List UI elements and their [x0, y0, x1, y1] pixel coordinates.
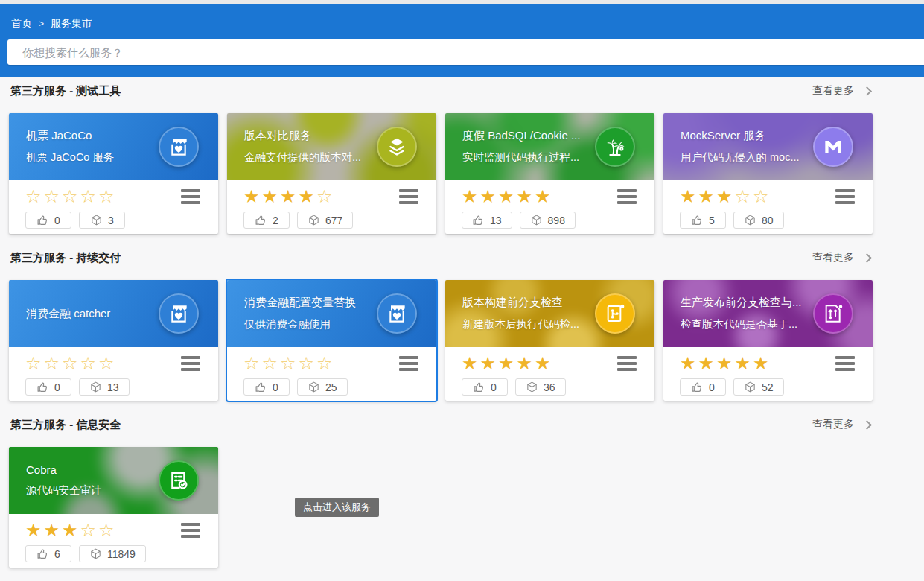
like-button[interactable]: 0 — [462, 378, 508, 396]
like-button[interactable]: 0 — [243, 378, 290, 396]
breadcrumb: 首页 > 服务集市 — [0, 17, 924, 30]
service-card[interactable]: Cobra 源代码安全审计 ★★★☆☆ 6 11849 — [9, 447, 218, 568]
star-filled-icon: ★ — [716, 353, 735, 373]
like-count: 13 — [490, 215, 502, 226]
star-filled-icon: ★ — [480, 353, 499, 373]
star-rating[interactable]: ☆☆☆☆☆ — [243, 354, 335, 373]
card-header: 版本对比服务 金融支付提供的版本对... — [227, 113, 436, 180]
search-input[interactable] — [7, 39, 924, 65]
card-header: 消费金融 catcher — [9, 280, 218, 347]
thumbs-up-icon — [472, 214, 485, 226]
service-card[interactable]: 版本对比服务 金融支付提供的版本对... ★★★★☆ 2 677 — [227, 113, 436, 234]
see-more-link[interactable]: 查看更多 — [812, 84, 870, 98]
like-button[interactable]: 6 — [25, 545, 71, 562]
menu-icon[interactable] — [835, 354, 855, 373]
star-rating[interactable]: ★★★☆☆ — [680, 187, 771, 206]
see-more-link[interactable]: 查看更多 — [812, 418, 870, 431]
star-filled-icon: ★ — [62, 520, 80, 540]
usage-badge[interactable]: 3 — [79, 212, 125, 229]
breadcrumb-home-link[interactable]: 首页 — [11, 17, 32, 31]
service-card[interactable]: 生产发布前分支检查与... 检查版本代码是否基于... ★★★★★ 0 52 — [663, 280, 873, 401]
star-rating[interactable]: ☆☆☆☆☆ — [25, 354, 117, 373]
card-row: 机票 JaCoCo 机票 JaCoCo 服务 ☆☆☆☆☆ 0 3 — [0, 113, 924, 234]
card-subtitle: 用户代码无侵入的 moc... — [681, 150, 800, 165]
star-empty-icon: ☆ — [280, 353, 299, 373]
menu-icon[interactable] — [399, 354, 418, 373]
like-count: 6 — [54, 548, 60, 560]
like-button[interactable]: 5 — [680, 212, 726, 229]
storefront-heart-icon — [159, 127, 199, 167]
star-rating[interactable]: ★★★★★ — [462, 187, 553, 206]
like-button[interactable]: 13 — [462, 212, 512, 229]
see-more-link[interactable]: 查看更多 — [812, 251, 870, 264]
service-card[interactable]: 消费金融配置变量替换 仅供消费金融使用 ☆☆☆☆☆ 0 25 — [227, 280, 436, 401]
star-empty-icon: ☆ — [98, 186, 117, 206]
usage-badge[interactable]: 36 — [515, 378, 566, 396]
menu-icon[interactable] — [617, 354, 637, 373]
menu-icon[interactable] — [181, 354, 200, 373]
section-title: 第三方服务 - 测试工具 — [10, 84, 121, 98]
card-title: 机票 JaCoCo — [26, 129, 114, 143]
storefront-heart-icon — [159, 293, 199, 334]
service-card[interactable]: 消费金融 catcher ☆☆☆☆☆ 0 13 — [9, 280, 218, 401]
star-filled-icon: ★ — [517, 353, 535, 373]
menu-icon[interactable] — [181, 187, 200, 206]
star-filled-icon: ★ — [262, 186, 281, 206]
star-rating[interactable]: ★★★★★ — [680, 354, 771, 373]
layers-icon — [377, 127, 417, 167]
star-filled-icon: ★ — [698, 353, 717, 373]
usage-badge[interactable]: 80 — [733, 212, 784, 229]
like-count: 5 — [709, 215, 715, 226]
card-header: 度假 BadSQL/Cookie ... 实时监测代码执行过程... — [445, 113, 654, 180]
star-empty-icon: ☆ — [753, 186, 771, 206]
service-card[interactable]: 度假 BadSQL/Cookie ... 实时监测代码执行过程... ★★★★★… — [445, 113, 654, 234]
card-title: 版本对比服务 — [244, 129, 361, 143]
star-rating[interactable]: ★★★☆☆ — [25, 521, 117, 540]
usage-badge[interactable]: 11849 — [79, 545, 146, 562]
usage-count: 80 — [762, 215, 774, 226]
star-filled-icon: ★ — [243, 186, 262, 206]
package-cube-icon — [308, 381, 320, 393]
star-filled-icon: ★ — [25, 520, 44, 540]
like-button[interactable]: 0 — [25, 378, 71, 396]
star-rating[interactable]: ★★★★★ — [462, 354, 553, 373]
tooltip: 点击进入该服务 — [295, 498, 379, 517]
star-empty-icon: ☆ — [62, 186, 80, 206]
section-title: 第三方服务 - 信息安全 — [10, 418, 121, 432]
thumbs-up-icon — [36, 214, 49, 226]
menu-icon[interactable] — [181, 521, 200, 540]
card-header: 版本构建前分支检查 新建版本后执行代码检... — [445, 280, 654, 347]
star-rating[interactable]: ★★★★☆ — [243, 187, 335, 206]
star-filled-icon: ★ — [462, 353, 480, 373]
menu-icon[interactable] — [399, 187, 418, 206]
thumbs-up-icon — [691, 214, 704, 226]
breadcrumb-current[interactable]: 服务集市 — [51, 17, 92, 31]
card-row: Cobra 源代码安全审计 ★★★☆☆ 6 11849 — [0, 447, 924, 568]
usage-badge[interactable]: 677 — [297, 212, 353, 229]
page-header: 首页 > 服务集市 — [0, 4, 924, 77]
service-card[interactable]: 机票 JaCoCo 机票 JaCoCo 服务 ☆☆☆☆☆ 0 3 — [9, 113, 218, 234]
usage-badge[interactable]: 13 — [79, 378, 130, 396]
usage-badge[interactable]: 898 — [520, 212, 576, 229]
usage-badge[interactable]: 52 — [733, 378, 784, 396]
card-subtitle: 检查版本代码是否基于... — [681, 317, 802, 331]
package-cube-icon — [530, 214, 543, 226]
like-button[interactable]: 0 — [680, 378, 726, 396]
card-title: 消费金融配置变量替换 — [244, 296, 356, 310]
service-card[interactable]: 版本构建前分支检查 新建版本后执行代码检... ★★★★★ 0 36 — [445, 280, 654, 401]
thumbs-up-icon — [255, 214, 267, 226]
menu-icon[interactable] — [835, 187, 855, 206]
like-button[interactable]: 2 — [243, 212, 290, 229]
usage-badge[interactable]: 25 — [297, 378, 348, 396]
package-cube-icon — [89, 381, 102, 393]
service-card[interactable]: MockServer 服务 用户代码无侵入的 moc... ★★★☆☆ 5 80 — [663, 113, 873, 234]
star-filled-icon: ★ — [44, 520, 63, 540]
card-subtitle: 实时监测代码执行过程... — [462, 150, 580, 165]
card-header: MockServer 服务 用户代码无侵入的 moc... — [663, 113, 873, 180]
star-rating[interactable]: ☆☆☆☆☆ — [25, 187, 117, 206]
card-header: 机票 JaCoCo 机票 JaCoCo 服务 — [9, 113, 218, 180]
like-button[interactable]: 0 — [25, 212, 71, 229]
menu-icon[interactable] — [617, 187, 637, 206]
card-title: 消费金融 catcher — [26, 307, 110, 321]
mockserver-logo-icon — [813, 127, 853, 167]
